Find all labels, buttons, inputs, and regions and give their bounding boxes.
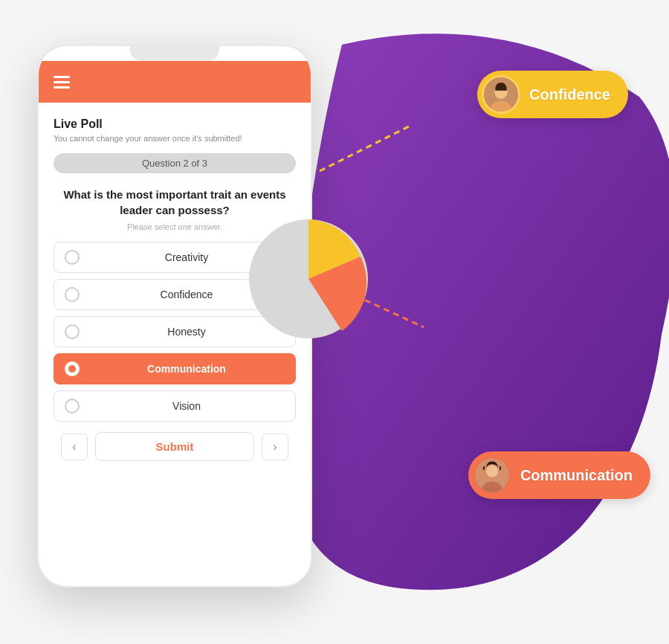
phone-header [39, 61, 311, 103]
radio-vision [65, 399, 80, 413]
option-communication[interactable]: Communication [54, 353, 296, 384]
confidence-avatar [482, 75, 520, 114]
scene: Live Poll You cannot change your answer … [0, 0, 669, 644]
radio-communication [65, 361, 80, 376]
female-avatar-svg [475, 456, 509, 495]
prev-button[interactable]: ‹ [61, 434, 88, 460]
svg-line-2 [327, 283, 424, 327]
radio-confidence [65, 287, 80, 302]
svg-point-9 [486, 466, 498, 477]
option-communication-label: Communication [88, 363, 285, 375]
confidence-card: Confidence [477, 71, 628, 118]
radio-creativity [65, 250, 80, 265]
communication-avatar [473, 456, 511, 495]
communication-card: Communication [468, 451, 650, 499]
submit-button[interactable]: Submit [95, 432, 254, 461]
confidence-card-label: Confidence [529, 86, 610, 103]
phone-footer: ‹ Submit › [54, 432, 296, 461]
radio-honesty [65, 324, 80, 339]
phone-notch [130, 46, 219, 61]
option-vision-label: Vision [88, 400, 285, 412]
next-button[interactable]: › [262, 434, 288, 460]
dashed-line-communication [268, 268, 431, 357]
dashed-line-confidence [260, 112, 424, 201]
hamburger-icon[interactable] [54, 76, 70, 88]
radio-communication-inner [68, 365, 76, 373]
option-vision[interactable]: Vision [54, 390, 296, 422]
svg-line-1 [320, 126, 409, 171]
male-avatar-svg [484, 75, 518, 114]
communication-card-label: Communication [520, 467, 633, 484]
